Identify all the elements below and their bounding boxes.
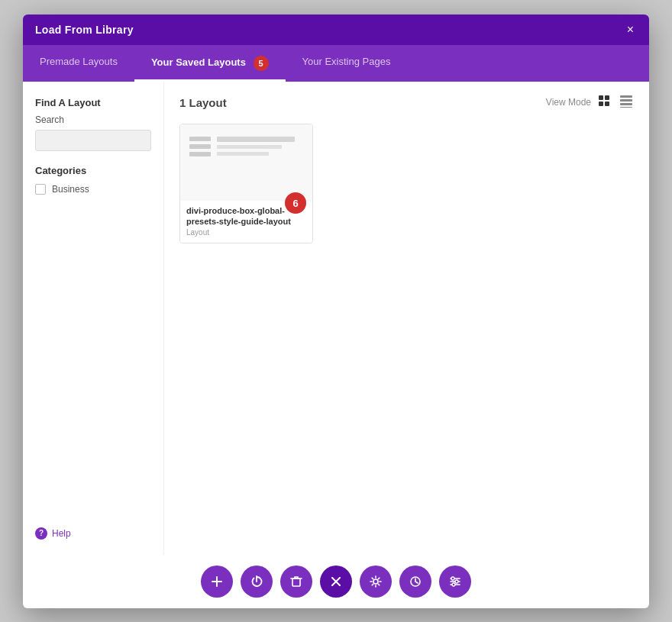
svg-point-21 (452, 583, 455, 586)
close-icon (330, 575, 342, 588)
svg-rect-4 (620, 95, 632, 98)
category-label-business: Business (52, 184, 89, 195)
tab-saved-badge: 5 (254, 56, 269, 71)
plus-icon (211, 575, 223, 588)
category-checkbox-business[interactable] (35, 184, 46, 195)
bottom-toolbar (23, 555, 649, 608)
tab-premade[interactable]: Premade Layouts (23, 45, 134, 82)
svg-rect-7 (620, 107, 632, 108)
modal-title: Load From Library (35, 24, 134, 36)
sliders-button[interactable] (439, 566, 471, 598)
tab-premade-label: Premade Layouts (40, 56, 118, 67)
layout-preview (180, 124, 312, 201)
tab-existing-label: Your Existing Pages (302, 56, 391, 67)
help-link[interactable]: ? Help (35, 527, 151, 540)
modal-header: Load From Library × (23, 15, 649, 45)
svg-rect-1 (605, 95, 609, 100)
layout-type: Layout (186, 228, 306, 237)
gear-icon (370, 575, 382, 588)
modal-body: Find A Layout Search Categories Business… (23, 82, 649, 555)
svg-rect-0 (599, 95, 603, 100)
svg-rect-5 (620, 99, 632, 102)
close-button[interactable] (320, 566, 352, 598)
svg-point-20 (455, 580, 458, 583)
help-label: Help (52, 528, 71, 539)
find-layout-title: Find A Layout (35, 97, 151, 108)
svg-point-14 (373, 579, 378, 584)
view-list-button[interactable] (619, 94, 634, 111)
layout-badge: 6 (285, 192, 306, 214)
settings-button[interactable] (360, 566, 392, 598)
svg-rect-6 (620, 103, 632, 105)
view-mode-label: View Mode (546, 97, 591, 108)
add-button[interactable] (201, 566, 233, 598)
main-content: 1 Layout View Mode (164, 82, 649, 555)
modal: Load From Library × Premade Layouts Your… (23, 15, 649, 608)
search-label: Search (35, 114, 151, 125)
clock-button[interactable] (399, 566, 431, 598)
content-header: 1 Layout View Mode (179, 94, 634, 111)
view-grid-button[interactable] (597, 94, 612, 111)
svg-rect-10 (292, 578, 300, 586)
tab-saved[interactable]: Your Saved Layouts 5 (134, 45, 286, 82)
category-item-business: Business (35, 184, 151, 195)
svg-rect-3 (605, 102, 609, 106)
trash-icon (290, 575, 302, 588)
layout-count: 1 Layout (179, 96, 227, 109)
svg-rect-2 (599, 102, 603, 106)
tab-saved-label: Your Saved Layouts (151, 56, 246, 68)
categories-title: Categories (35, 165, 151, 176)
sliders-icon (449, 575, 461, 588)
tab-existing[interactable]: Your Existing Pages (286, 45, 408, 82)
sidebar: Find A Layout Search Categories Business… (23, 82, 164, 555)
tabs-bar: Premade Layouts Your Saved Layouts 5 You… (23, 45, 649, 82)
svg-point-19 (451, 577, 454, 580)
clock-icon (409, 575, 422, 588)
trash-button[interactable] (280, 566, 312, 598)
help-icon: ? (35, 527, 47, 540)
search-input[interactable] (35, 130, 151, 151)
layout-card[interactable]: divi-produce-box-global-presets-style-gu… (179, 124, 313, 244)
power-button[interactable] (241, 566, 273, 598)
modal-close-button[interactable]: × (624, 22, 637, 37)
view-mode: View Mode (546, 94, 634, 111)
layouts-grid: divi-produce-box-global-presets-style-gu… (179, 124, 634, 244)
power-icon (250, 575, 263, 588)
